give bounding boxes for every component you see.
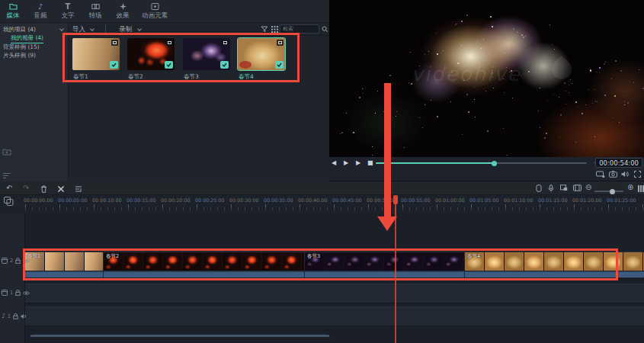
lock-icon[interactable] bbox=[13, 313, 18, 319]
firework-sparkle bbox=[538, 111, 539, 111]
firework-sparkle bbox=[513, 28, 514, 30]
tab-elements[interactable]: 动画元素 bbox=[142, 2, 168, 19]
speaker-mute-icon[interactable] bbox=[21, 313, 27, 319]
ruler-timestamp: 00:01:00:00 bbox=[435, 197, 464, 203]
tab-text[interactable]: T 文字 bbox=[59, 2, 76, 19]
search-icon[interactable] bbox=[322, 26, 328, 33]
firework-sparkle bbox=[597, 101, 598, 102]
chevron-down-icon[interactable] bbox=[137, 27, 142, 31]
media-thumbnail-chunjie3[interactable] bbox=[183, 38, 230, 70]
tab-label: 媒体 bbox=[7, 12, 20, 19]
play-button[interactable]: ▶ bbox=[344, 159, 348, 167]
volume-icon[interactable] bbox=[621, 171, 630, 178]
undo-icon[interactable]: ↶ bbox=[6, 184, 12, 192]
chevron-down-icon[interactable] bbox=[90, 27, 95, 31]
playhead[interactable] bbox=[395, 195, 396, 343]
filmstrip-frame bbox=[65, 252, 84, 271]
media-thumbnail-chunjie4[interactable] bbox=[238, 38, 285, 70]
new-folder-icon[interactable] bbox=[2, 148, 11, 155]
zoom-slider-handle[interactable] bbox=[610, 189, 615, 194]
preview-video-frame: videohive bbox=[329, 0, 644, 157]
fit-timeline-icon[interactable] bbox=[638, 185, 644, 192]
zoom-in-icon[interactable]: ⊕ bbox=[627, 184, 633, 191]
timeline-clip[interactable]: 春节2 bbox=[104, 252, 304, 278]
firework-sparkle bbox=[340, 133, 341, 134]
scissors-cut-icon[interactable] bbox=[57, 185, 65, 193]
clip-badge-icon bbox=[111, 40, 118, 46]
media-thumbnail-chunjie1[interactable] bbox=[72, 38, 120, 70]
render-preview-icon[interactable] bbox=[573, 184, 582, 191]
display-device-icon[interactable] bbox=[596, 171, 605, 178]
record-button[interactable]: 录制 bbox=[119, 25, 132, 34]
snapshot-camera-icon[interactable] bbox=[609, 171, 617, 178]
filter-icon[interactable] bbox=[261, 26, 268, 33]
ruler-timestamp: 00:01:20:00 bbox=[572, 197, 601, 203]
firework-sparkle bbox=[419, 117, 420, 118]
lock-icon[interactable] bbox=[15, 290, 21, 296]
tab-effects[interactable]: 效果 bbox=[114, 2, 131, 19]
lock-icon[interactable] bbox=[15, 258, 21, 264]
firework-sparkle bbox=[446, 90, 447, 91]
sidebar-item-my-projects[interactable]: 我的项目 (4) bbox=[3, 26, 36, 34]
mixer-pip-icon[interactable] bbox=[560, 184, 568, 191]
firework-sparkle bbox=[463, 80, 464, 81]
clip-label: 春节3 bbox=[307, 253, 320, 260]
tab-transitions[interactable]: 转场 bbox=[87, 2, 104, 19]
sort-list-icon[interactable] bbox=[2, 172, 11, 179]
timeline-horizontal-scrollbar[interactable] bbox=[30, 335, 329, 337]
seek-bar[interactable] bbox=[376, 162, 587, 164]
step-back-button[interactable]: ◀ bbox=[332, 159, 336, 167]
filmstrip-frame bbox=[163, 252, 182, 271]
media-thumbnail-chunjie2[interactable] bbox=[127, 38, 175, 70]
ruler-timestamp: 00:00:05:00 bbox=[58, 197, 87, 203]
timeline-zoom-slider[interactable] bbox=[594, 191, 623, 192]
eye-visibility-icon[interactable] bbox=[23, 290, 30, 296]
ruler-timestamp: 00:00:00:00 bbox=[24, 197, 53, 203]
timeline-clip[interactable]: 春节3 bbox=[305, 252, 464, 278]
stop-button[interactable]: ■ bbox=[367, 159, 373, 167]
sidebar-item-background-samples[interactable]: 背景样例 (15) bbox=[3, 43, 40, 51]
ruler-timestamp: 00:00:50:00 bbox=[367, 197, 396, 203]
filmstrip-frame bbox=[485, 252, 504, 271]
timeline-clip[interactable]: 春节4 bbox=[465, 252, 644, 278]
timeline-clip[interactable]: 春节1 bbox=[25, 252, 103, 278]
firework-sparkle bbox=[554, 49, 555, 50]
step-forward-button[interactable]: ▶ bbox=[356, 159, 360, 167]
marker-icon[interactable] bbox=[536, 184, 542, 192]
filmstrip-frame bbox=[45, 252, 64, 271]
manage-tracks-icon[interactable] bbox=[4, 197, 14, 206]
sidebar-item-label: 我的项目 (4) bbox=[3, 26, 36, 33]
zoom-out-icon[interactable]: ⊖ bbox=[585, 184, 591, 191]
tab-media[interactable]: 媒体 bbox=[5, 2, 21, 19]
import-button[interactable]: 导入 bbox=[72, 25, 85, 34]
fullscreen-icon[interactable] bbox=[634, 171, 641, 178]
firework-sparkle bbox=[530, 43, 530, 44]
effects-star-icon bbox=[119, 2, 127, 11]
clip-filmstrip bbox=[104, 252, 304, 271]
sidebar-item-intro-samples[interactable]: 片头样例 (9) bbox=[3, 52, 36, 59]
tab-audio[interactable]: ♪ 音频 bbox=[32, 2, 49, 19]
filmstrip-frame bbox=[325, 252, 344, 271]
voiceover-mic-icon[interactable] bbox=[548, 184, 554, 192]
sidebar-item-label: 我的相册 (4) bbox=[11, 34, 43, 41]
delete-trash-icon[interactable] bbox=[40, 185, 47, 193]
timeline-ruler[interactable]: 00:00:00:0000:00:05:0000:00:10:0000:00:1… bbox=[0, 195, 644, 213]
grid-view-icon[interactable] bbox=[271, 26, 278, 33]
playback-controls: ◀ ▶ ▶ ■ { } 00:00:54:00 bbox=[329, 157, 644, 169]
firework-sparkle bbox=[604, 63, 605, 65]
firework-sparkle bbox=[375, 113, 376, 114]
chevron-down-icon[interactable] bbox=[59, 27, 64, 31]
filmstrip-frame bbox=[282, 252, 301, 271]
firework-sparkle bbox=[585, 104, 586, 105]
watermark-leaf-icon bbox=[548, 56, 576, 84]
firework-sparkle bbox=[443, 50, 444, 51]
firework-sparkle bbox=[475, 117, 476, 117]
seek-handle[interactable] bbox=[492, 161, 497, 166]
firework-sparkle bbox=[474, 99, 475, 100]
redo-icon[interactable]: ↷ bbox=[23, 184, 29, 192]
ruler-timestamp: 00:00:40:00 bbox=[298, 197, 327, 203]
firework-sparkle bbox=[466, 14, 468, 16]
crop-split-icon[interactable] bbox=[75, 185, 82, 193]
search-input[interactable] bbox=[280, 24, 319, 34]
sidebar-item-my-album[interactable]: 我的相册 (4) bbox=[11, 34, 43, 43]
